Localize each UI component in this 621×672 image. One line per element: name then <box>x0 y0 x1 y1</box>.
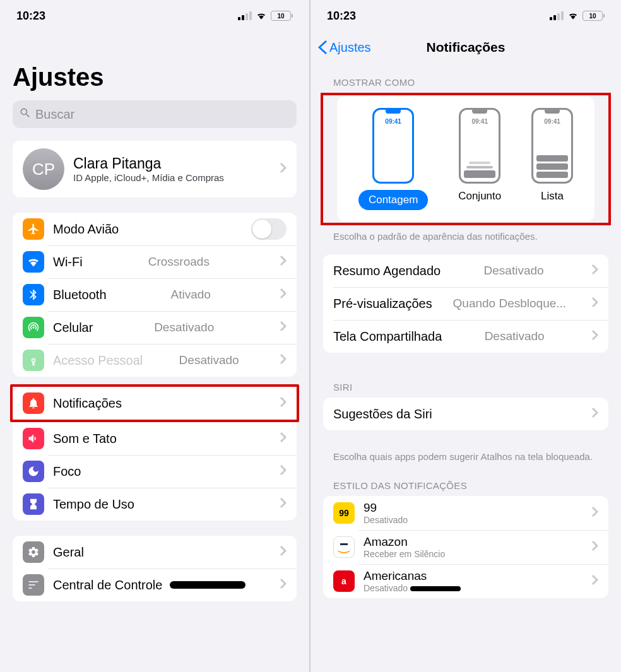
page-title: Ajustes <box>0 32 309 98</box>
section-footer-siri: Escolha quais apps podem sugerir Atalhos… <box>310 445 621 466</box>
chevron-right-icon <box>592 541 598 553</box>
app-name: Amazon <box>364 535 445 549</box>
chevron-right-icon <box>280 498 287 510</box>
status-time: 10:23 <box>16 9 45 23</box>
phone-mock-stack: 09:41 <box>459 108 500 184</box>
chevron-right-icon <box>280 465 287 478</box>
airplane-toggle[interactable] <box>251 218 287 240</box>
chevron-right-icon <box>280 354 287 367</box>
bluetooth-icon <box>23 284 44 305</box>
redacted-bar <box>170 581 245 589</box>
display-option-list[interactable]: 09:41 Lista <box>531 108 573 210</box>
row-label: Foco <box>53 464 81 479</box>
control-center-row[interactable]: Central de Controle <box>13 569 297 601</box>
chevron-right-icon <box>280 579 287 591</box>
row-label: Pré-visualizações <box>333 297 432 311</box>
chevron-left-icon <box>318 40 327 54</box>
siri-suggestions-row[interactable]: Sugestões da Siri <box>323 398 608 430</box>
row-detail: Desativado <box>484 264 544 278</box>
row-detail: Desativado <box>485 329 545 343</box>
app-name: Americanas <box>364 569 461 583</box>
row-detail: Ativado <box>171 288 211 302</box>
hotspot-row[interactable]: Acesso Pessoal Desativado <box>13 344 297 377</box>
status-time: 10:23 <box>327 9 356 23</box>
app-name: 99 <box>364 501 408 515</box>
cellular-icon <box>23 317 44 338</box>
battery-icon: 10 <box>583 11 605 21</box>
chevron-right-icon <box>592 507 598 519</box>
chevron-right-icon <box>280 321 287 334</box>
chevron-right-icon <box>592 297 598 310</box>
row-label: Wi-Fi <box>53 255 83 269</box>
app-icon: 99 <box>333 502 355 524</box>
bluetooth-row[interactable]: Bluetooth Ativado <box>13 278 297 311</box>
wifi-row[interactable]: Wi-Fi Crossroads <box>13 245 297 278</box>
app-notification-row[interactable]: Amazon Receber em Silêncio <box>323 530 608 564</box>
back-button[interactable]: Ajustes <box>318 40 371 55</box>
wifi-settings-icon <box>23 251 44 273</box>
general-row[interactable]: Geral <box>13 536 297 569</box>
notifications-row[interactable]: Notificações <box>13 387 297 420</box>
cellular-signal-icon <box>550 11 564 20</box>
speaker-icon <box>23 428 44 449</box>
apple-id-row[interactable]: CP Clara Pitanga ID Apple, iCloud+, Mídi… <box>13 141 297 197</box>
nav-bar: Ajustes Notificações <box>310 32 621 63</box>
screen-sharing-row[interactable]: Tela Compartilhada Desativado <box>323 320 608 353</box>
previews-row[interactable]: Pré-visualizações Quando Desbloque... <box>323 287 608 320</box>
phone-mock-count: 09:41 <box>372 108 414 184</box>
row-detail: Quando Desbloque... <box>453 297 567 310</box>
row-label: Central de Controle <box>53 578 162 592</box>
battery-icon: 10 <box>271 11 293 21</box>
row-label: Notificações <box>53 396 122 411</box>
back-label: Ajustes <box>329 40 371 55</box>
option-label: Contagem <box>358 190 428 210</box>
row-label: Geral <box>53 545 84 560</box>
cellular-row[interactable]: Celular Desativado <box>13 311 297 344</box>
chevron-right-icon <box>592 575 598 587</box>
chevron-right-icon <box>280 163 287 175</box>
search-icon <box>19 107 32 122</box>
section-header-show-as: MOSTRAR COMO <box>310 63 621 93</box>
app-icon: a <box>333 570 355 592</box>
focus-row[interactable]: Foco <box>13 455 297 488</box>
row-label: Bluetooth <box>53 288 107 302</box>
chevron-right-icon <box>592 408 598 420</box>
notifications-screen: 10:23 10 Ajustes Notificações MOSTRAR CO… <box>310 0 621 672</box>
search-input[interactable]: Buscar <box>13 100 297 128</box>
profile-name: Clara Pitanga <box>73 155 224 172</box>
section-header-siri: SIRI <box>310 368 621 398</box>
chevron-right-icon <box>280 432 287 445</box>
bell-icon <box>23 392 44 414</box>
row-label: Tela Compartilhada <box>333 329 442 344</box>
sound-row[interactable]: Som e Tato <box>13 422 297 455</box>
highlight-display-options: 09:41 Contagem 09:41 Conjunto <box>321 93 611 225</box>
app-subtitle: Receber em Silêncio <box>364 549 445 559</box>
row-detail: Desativado <box>154 321 214 334</box>
row-label: Modo Avião <box>53 222 119 237</box>
app-notification-row[interactable]: 99 99 Desativado <box>323 496 608 530</box>
search-placeholder: Buscar <box>35 107 74 122</box>
highlight-notifications: Notificações <box>10 384 299 422</box>
app-icon <box>333 536 355 558</box>
wifi-icon <box>256 9 267 23</box>
row-label: Acesso Pessoal <box>53 353 143 368</box>
chevron-right-icon <box>280 256 287 268</box>
chevron-right-icon <box>592 264 598 277</box>
row-label: Resumo Agendado <box>333 264 441 278</box>
status-bar: 10:23 10 <box>0 0 309 32</box>
display-option-count[interactable]: 09:41 Contagem <box>358 108 428 210</box>
display-option-stack[interactable]: 09:41 Conjunto <box>458 108 501 210</box>
phone-mock-list: 09:41 <box>531 108 573 184</box>
airplane-mode-row[interactable]: Modo Avião <box>13 213 297 245</box>
row-detail: Crossroads <box>148 255 210 269</box>
app-notification-row[interactable]: a Americanas Desativado <box>323 564 608 598</box>
airplane-icon <box>23 218 44 240</box>
chevron-right-icon <box>280 288 287 301</box>
scheduled-summary-row[interactable]: Resumo Agendado Desativado <box>323 254 608 287</box>
app-subtitle: Desativado <box>364 583 461 593</box>
hourglass-icon <box>23 493 44 515</box>
screentime-row[interactable]: Tempo de Uso <box>13 488 297 521</box>
settings-screen: 10:23 10 Ajustes Buscar CP Clara Pitanga… <box>0 0 310 672</box>
row-detail: Desativado <box>179 353 239 367</box>
row-label: Tempo de Uso <box>53 497 134 512</box>
